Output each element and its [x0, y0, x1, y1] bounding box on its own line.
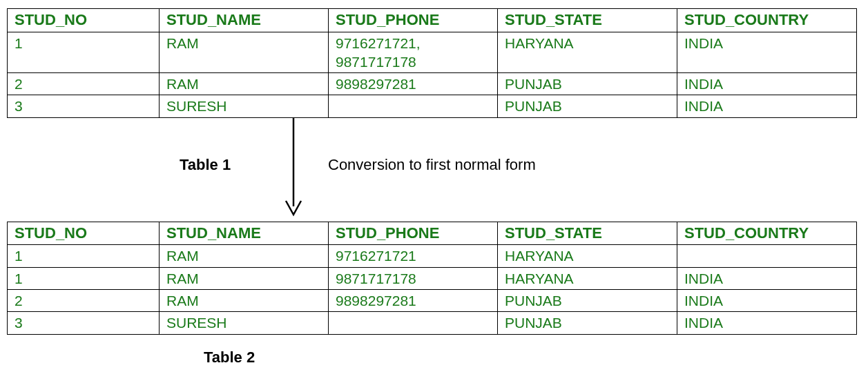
cell-stud-no: 1 — [8, 267, 160, 289]
table-row: 3 SURESH PUNJAB INDIA — [8, 95, 857, 117]
table-2-label: Table 2 — [204, 349, 255, 366]
header-stud-name: STUD_NAME — [160, 222, 329, 245]
cell-stud-country: INDIA — [677, 32, 857, 73]
cell-stud-no: 3 — [8, 312, 160, 334]
cell-stud-country — [677, 245, 857, 267]
cell-stud-phone: 9716271721 — [329, 245, 498, 267]
cell-stud-no: 1 — [8, 32, 160, 73]
cell-stud-phone: 9898297281 — [329, 289, 498, 311]
conversion-caption: Conversion to first normal form — [328, 156, 536, 174]
cell-stud-name: SURESH — [160, 95, 329, 117]
table-row: 3 SURESH PUNJAB INDIA — [8, 312, 857, 334]
cell-stud-name: RAM — [160, 73, 329, 95]
table-1-label: Table 1 — [180, 156, 231, 174]
header-stud-country: STUD_COUNTRY — [677, 222, 857, 245]
cell-stud-name: SURESH — [160, 312, 329, 334]
header-stud-state: STUD_STATE — [498, 9, 677, 32]
cell-stud-country: INDIA — [677, 312, 857, 334]
cell-stud-state: HARYANA — [498, 245, 677, 267]
table-row: 2 RAM 9898297281 PUNJAB INDIA — [8, 73, 857, 95]
table-row: 2 RAM 9898297281 PUNJAB INDIA — [8, 289, 857, 311]
header-stud-no: STUD_NO — [8, 222, 160, 245]
cell-stud-state: PUNJAB — [498, 289, 677, 311]
cell-stud-no: 2 — [8, 289, 160, 311]
cell-stud-phone: 9898297281 — [329, 73, 498, 95]
cell-stud-name: RAM — [160, 245, 329, 267]
table-2-header-row: STUD_NO STUD_NAME STUD_PHONE STUD_STATE … — [8, 222, 857, 245]
cell-stud-no: 3 — [8, 95, 160, 117]
table-row: 1 RAM 9716271721, 9871717178 HARYANA IND… — [8, 32, 857, 73]
header-stud-state: STUD_STATE — [498, 222, 677, 245]
cell-stud-state: HARYANA — [498, 32, 677, 73]
table-row: 1 RAM 9716271721 HARYANA — [8, 245, 857, 267]
header-stud-phone: STUD_PHONE — [329, 9, 498, 32]
table-1-header-row: STUD_NO STUD_NAME STUD_PHONE STUD_STATE … — [8, 9, 857, 32]
cell-stud-state: HARYANA — [498, 267, 677, 289]
cell-stud-name: RAM — [160, 267, 329, 289]
table-1: STUD_NO STUD_NAME STUD_PHONE STUD_STATE … — [7, 8, 857, 118]
table-2: STUD_NO STUD_NAME STUD_PHONE STUD_STATE … — [7, 222, 857, 335]
cell-stud-no: 1 — [8, 245, 160, 267]
cell-stud-country: INDIA — [677, 267, 857, 289]
cell-stud-name: RAM — [160, 32, 329, 73]
header-stud-no: STUD_NO — [8, 9, 160, 32]
cell-stud-name: RAM — [160, 289, 329, 311]
cell-stud-state: PUNJAB — [498, 312, 677, 334]
cell-stud-phone — [329, 312, 498, 334]
down-arrow-icon — [283, 118, 304, 218]
header-stud-country: STUD_COUNTRY — [677, 9, 857, 32]
cell-stud-phone: 9871717178 — [329, 267, 498, 289]
cell-stud-state: PUNJAB — [498, 95, 677, 117]
header-stud-phone: STUD_PHONE — [329, 222, 498, 245]
cell-stud-no: 2 — [8, 73, 160, 95]
cell-stud-country: INDIA — [677, 289, 857, 311]
cell-stud-country: INDIA — [677, 73, 857, 95]
cell-stud-phone: 9716271721, 9871717178 — [329, 32, 498, 73]
cell-stud-phone — [329, 95, 498, 117]
table-row: 1 RAM 9871717178 HARYANA INDIA — [8, 267, 857, 289]
header-stud-name: STUD_NAME — [160, 9, 329, 32]
cell-stud-country: INDIA — [677, 95, 857, 117]
cell-stud-state: PUNJAB — [498, 73, 677, 95]
